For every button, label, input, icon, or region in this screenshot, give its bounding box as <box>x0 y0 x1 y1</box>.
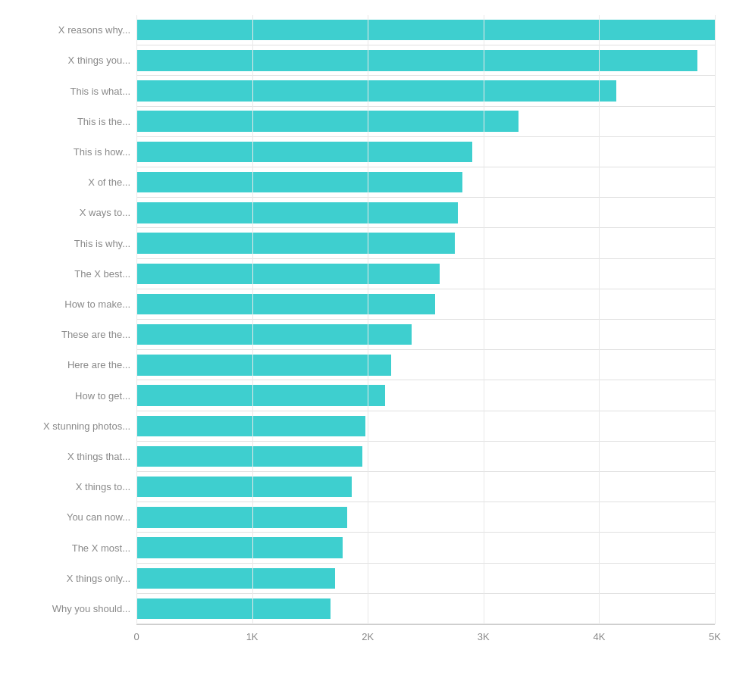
bar-track <box>136 20 715 40</box>
bar-label: The X most... <box>72 542 130 554</box>
bar-label: X stunning photos... <box>43 420 130 432</box>
bar-row: X of the... <box>136 167 715 198</box>
x-axis-tick: 4K <box>593 631 605 642</box>
bar-track <box>136 142 715 162</box>
x-axis-tick: 5K <box>709 631 721 642</box>
bar-row: X things to... <box>136 472 715 502</box>
bar-label: How to get... <box>75 390 130 402</box>
bar-fill <box>136 172 462 192</box>
bar-fill <box>136 507 347 527</box>
bar-row: You can now... <box>136 502 715 533</box>
bar-fill <box>136 111 519 131</box>
bar-fill <box>136 202 458 223</box>
bar-fill <box>136 80 616 101</box>
grid-line <box>368 15 368 624</box>
x-axis-tick: 0 <box>133 631 139 642</box>
bar-track <box>136 111 715 131</box>
bar-label: Here are the... <box>67 359 130 370</box>
bar-fill <box>136 416 365 436</box>
bar-fill <box>136 568 335 589</box>
bar-fill <box>136 598 331 619</box>
bar-row: X things only... <box>136 564 715 594</box>
bar-label: X of the... <box>88 177 130 188</box>
bar-fill <box>136 446 362 467</box>
bar-row: This is the... <box>136 107 715 137</box>
bar-row: X things that... <box>136 442 715 472</box>
bar-fill <box>136 355 391 375</box>
bar-track <box>136 50 715 70</box>
bar-track <box>136 568 715 589</box>
bar-label: Why you should... <box>52 603 130 614</box>
bar-track <box>136 80 715 101</box>
bar-track <box>136 416 715 436</box>
bar-label: This is why... <box>74 238 130 249</box>
bar-label: The X best... <box>74 268 130 280</box>
bar-track <box>136 324 715 345</box>
bar-row: Here are the... <box>136 350 715 380</box>
bar-label: X ways to... <box>80 207 130 218</box>
bar-row: This is why... <box>136 228 715 258</box>
bar-row: How to get... <box>136 380 715 411</box>
bar-fill <box>136 324 412 345</box>
bar-row: How to make... <box>136 289 715 320</box>
bar-track <box>136 385 715 405</box>
bar-label: This is how... <box>74 146 130 158</box>
bar-track <box>136 233 715 253</box>
x-axis-tick: 3K <box>478 631 490 642</box>
bars-wrapper: X reasons why...X things you...This is w… <box>136 15 715 624</box>
grid-line <box>484 15 484 624</box>
x-axis: 01K2K3K4K5K <box>136 624 715 655</box>
bar-label: How to make... <box>64 298 130 310</box>
bar-row: X ways to... <box>136 198 715 228</box>
bar-fill <box>136 20 715 40</box>
grid-line <box>252 15 253 624</box>
bar-label: X things to... <box>76 481 130 492</box>
bar-label: X things that... <box>67 451 130 462</box>
bar-row: This is how... <box>136 137 715 167</box>
bar-track <box>136 202 715 223</box>
bar-track <box>136 172 715 192</box>
grid-line <box>599 15 600 624</box>
grid-line <box>136 15 137 624</box>
bar-track <box>136 446 715 467</box>
bar-label: You can now... <box>67 511 130 523</box>
bar-label: X things only... <box>67 573 130 584</box>
bar-row: The X best... <box>136 259 715 289</box>
bar-row: X reasons why... <box>136 15 715 45</box>
x-axis-tick: 2K <box>362 631 374 642</box>
bar-track <box>136 537 715 558</box>
bar-fill <box>136 385 385 405</box>
bar-label: X things you... <box>68 55 130 66</box>
bar-fill <box>136 294 435 314</box>
grid-line <box>715 15 716 624</box>
bar-row: X things you... <box>136 45 715 76</box>
bar-track <box>136 477 715 497</box>
bar-fill <box>136 477 352 497</box>
bar-label: These are the... <box>61 329 130 340</box>
bar-row: X stunning photos... <box>136 411 715 442</box>
chart-area: X reasons why...X things you...This is w… <box>136 15 715 655</box>
bar-track <box>136 294 715 314</box>
x-axis-tick: 1K <box>246 631 258 642</box>
bar-track <box>136 355 715 375</box>
bar-track <box>136 264 715 284</box>
bar-track <box>136 598 715 619</box>
bar-fill <box>136 233 455 253</box>
bar-row: Why you should... <box>136 594 715 624</box>
chart-container: X reasons why...X things you...This is w… <box>0 0 730 700</box>
bar-row: The X most... <box>136 533 715 563</box>
bar-fill <box>136 50 697 70</box>
bar-label: This is the... <box>77 116 130 127</box>
bar-row: This is what... <box>136 76 715 106</box>
bar-label: X reasons why... <box>58 24 130 36</box>
bar-fill <box>136 142 472 162</box>
bar-track <box>136 507 715 527</box>
bar-row: These are the... <box>136 320 715 350</box>
bar-label: This is what... <box>70 86 130 97</box>
bar-fill <box>136 264 440 284</box>
bar-fill <box>136 537 343 558</box>
